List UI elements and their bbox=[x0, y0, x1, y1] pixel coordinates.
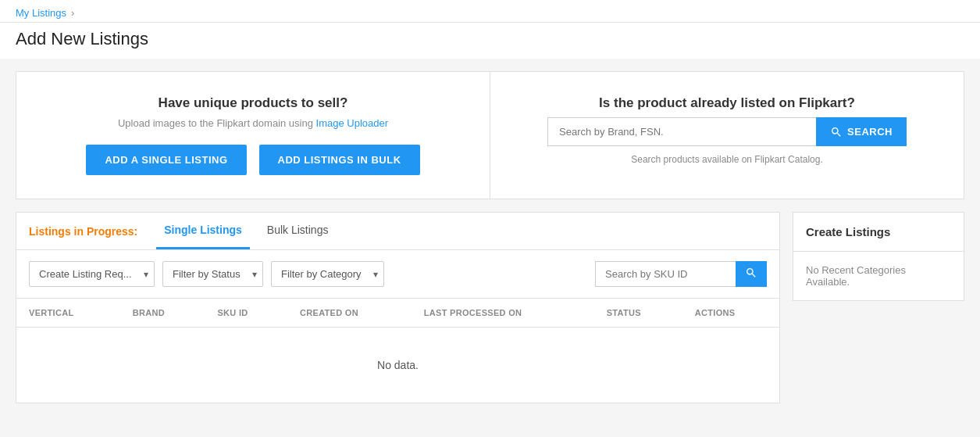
search-sku-icon bbox=[745, 267, 757, 279]
create-listings-sidebar: Create Listings No Recent Categories Ava… bbox=[793, 212, 964, 301]
search-sku-button[interactable] bbox=[736, 261, 767, 287]
sidebar-card-title: Create Listings bbox=[793, 213, 964, 252]
col-status: STATUS bbox=[594, 299, 682, 328]
data-table: VERTICAL BRAND SKU ID CREATED ON LAST PR… bbox=[16, 298, 779, 403]
right-panel: Is the product already listed on Flipkar… bbox=[490, 72, 964, 199]
breadcrumb-separator: › bbox=[71, 7, 74, 19]
filter-by-category-dropdown[interactable]: Filter by Category bbox=[271, 261, 384, 287]
col-vertical: VERTICAL bbox=[16, 299, 120, 328]
tabs-header: Listings in Progress: Single Listings Bu… bbox=[16, 213, 779, 250]
col-brand: BRAND bbox=[120, 299, 205, 328]
image-uploader-link[interactable]: Image Uploader bbox=[316, 117, 389, 129]
top-card: Have unique products to sell? Upload ima… bbox=[16, 71, 964, 199]
table-container: VERTICAL BRAND SKU ID CREATED ON LAST PR… bbox=[16, 298, 779, 403]
add-bulk-listing-button[interactable]: ADD LISTINGS IN BULK bbox=[259, 145, 420, 175]
search-button-label: SEARCH bbox=[847, 126, 893, 138]
col-actions: ACTIONS bbox=[682, 299, 779, 328]
no-data-text: No data. bbox=[16, 328, 779, 403]
listings-in-progress-label: Listings in Progress: bbox=[29, 214, 137, 249]
tab-bulk-listings[interactable]: Bulk Listings bbox=[259, 213, 337, 249]
flipkart-search-button[interactable]: SEARCH bbox=[816, 117, 907, 146]
search-sku-input[interactable] bbox=[595, 261, 736, 287]
tab-single-listings[interactable]: Single Listings bbox=[156, 213, 250, 249]
col-sku-id: SKU ID bbox=[205, 299, 287, 328]
table-no-data-row: No data. bbox=[16, 328, 779, 403]
search-hint: Search products available on Flipkart Ca… bbox=[631, 154, 822, 165]
breadcrumb-link[interactable]: My Listings bbox=[16, 7, 66, 19]
left-panel-subtitle: Upload images to the Flipkart domain usi… bbox=[118, 117, 388, 129]
create-listing-req-dropdown[interactable]: Create Listing Req... bbox=[29, 261, 155, 287]
col-created-on: CREATED ON bbox=[287, 299, 412, 328]
flipkart-search-input[interactable] bbox=[547, 117, 816, 146]
right-panel-title: Is the product already listed on Flipkar… bbox=[599, 95, 855, 111]
page-title: Add New Listings bbox=[0, 23, 980, 59]
search-icon bbox=[830, 126, 843, 138]
breadcrumb-bar: My Listings › bbox=[0, 0, 980, 23]
left-panel-title: Have unique products to sell? bbox=[159, 95, 348, 111]
filter-by-status-dropdown[interactable]: Filter by Status bbox=[162, 261, 263, 287]
sidebar-card-body: No Recent Categories Available. bbox=[793, 252, 964, 300]
left-panel: Have unique products to sell? Upload ima… bbox=[16, 72, 490, 199]
filters-row: Create Listing Req... Filter by Status F… bbox=[16, 250, 779, 298]
listings-card: Listings in Progress: Single Listings Bu… bbox=[16, 212, 780, 403]
add-single-listing-button[interactable]: ADD A SINGLE LISTING bbox=[86, 145, 246, 175]
col-last-processed-on: LAST PROCESSED ON bbox=[412, 299, 594, 328]
